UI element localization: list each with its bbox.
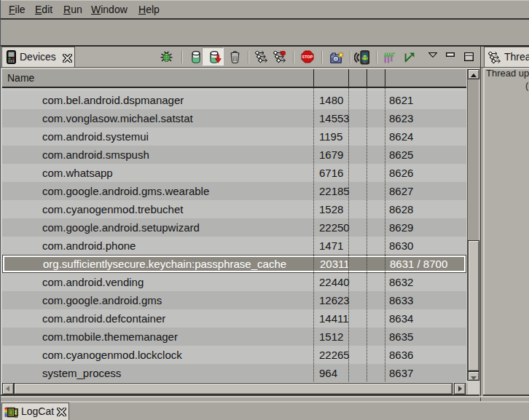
- svg-text:STOP: STOP: [302, 55, 313, 59]
